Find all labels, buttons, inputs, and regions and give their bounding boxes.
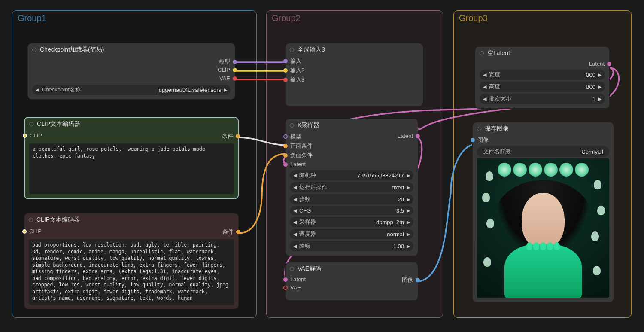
collapse-dot-icon[interactable]: [32, 48, 36, 52]
output-port-vae[interactable]: VAE: [215, 74, 235, 82]
input-port-vae[interactable]: VAE: [286, 283, 418, 292]
checkpoint-name-widget[interactable]: ◀ Checkpoint名称 juggernautXL.safetensors …: [32, 85, 231, 95]
input-port-1[interactable]: 输入: [286, 56, 423, 66]
prompt-textarea[interactable]: a beautiful girl, rose petals, wearing a…: [29, 143, 234, 194]
port-dot-icon: [283, 134, 288, 139]
port-dot-icon: [471, 138, 475, 142]
collapse-dot-icon[interactable]: [29, 122, 33, 126]
chevron-left-icon[interactable]: ◀: [482, 84, 487, 90]
chevron-left-icon[interactable]: ◀: [35, 87, 40, 93]
denoise-widget[interactable]: ◀降噪1.00▶: [290, 241, 413, 251]
widget-value: 1.00: [393, 243, 406, 250]
group3-title: Group3: [459, 13, 488, 23]
chevron-right-icon[interactable]: ▶: [406, 219, 411, 225]
widget-label: 随机种: [298, 171, 358, 179]
clip-text-encode-positive-node[interactable]: CLIP文本编码器 CLIP 条件 a beautiful girl, rose…: [24, 117, 239, 199]
chevron-left-icon[interactable]: ◀: [292, 208, 298, 213]
node-title: K采样器: [298, 122, 319, 129]
chevron-left-icon[interactable]: ◀: [482, 96, 487, 102]
port-label: 负面条件: [290, 152, 313, 159]
save-image-node[interactable]: 保存图像 图像 文件名前缀 ComfyUI: [472, 122, 614, 302]
node-header: Checkpoint加载器(简易): [28, 43, 235, 56]
filename-prefix-widget[interactable]: 文件名前缀 ComfyUI: [477, 146, 609, 157]
chevron-right-icon[interactable]: ▶: [406, 197, 411, 202]
widget-label: Checkpoint名称: [40, 86, 158, 94]
input-port-clip[interactable]: CLIP: [24, 227, 46, 235]
sampler-widget[interactable]: ◀采样器dpmpp_2m▶: [290, 217, 413, 227]
node-title: 保存图像: [485, 125, 509, 133]
output-port-latent[interactable]: Latent: [393, 132, 418, 140]
chevron-left-icon[interactable]: ◀: [482, 72, 487, 78]
collapse-dot-icon[interactable]: [480, 51, 484, 55]
output-port-model[interactable]: 模型: [215, 57, 235, 67]
cfg-widget[interactable]: ◀CFG3.5▶: [290, 206, 413, 215]
output-port-clip[interactable]: CLIP: [213, 66, 235, 74]
collapse-dot-icon[interactable]: [290, 48, 294, 52]
input-port-positive[interactable]: 正面条件: [286, 141, 418, 151]
chevron-left-icon[interactable]: ◀: [292, 173, 298, 178]
chevron-right-icon[interactable]: ▶: [406, 208, 411, 213]
port-dot-icon: [416, 134, 420, 138]
port-dot-icon: [283, 68, 288, 73]
node-title: CLIP文本编码器: [37, 120, 80, 128]
chevron-left-icon[interactable]: ◀: [292, 219, 298, 225]
chevron-left-icon[interactable]: ◀: [292, 244, 298, 249]
output-port-conditioning[interactable]: 条件: [218, 131, 238, 141]
chevron-right-icon[interactable]: ▶: [223, 87, 228, 93]
output-image-preview[interactable]: [477, 158, 609, 298]
seed-widget[interactable]: ◀随机种795155598824217▶: [290, 170, 413, 180]
height-widget[interactable]: ◀高度800▶: [480, 82, 605, 92]
port-label: 输入2: [290, 67, 304, 74]
ksampler-node[interactable]: K采样器 模型 Latent 正面条件 负面条件 Latent ◀随机种7951…: [285, 119, 418, 256]
node-title: VAE解码: [298, 265, 321, 273]
chevron-right-icon[interactable]: ▶: [597, 96, 602, 102]
port-label: 模型: [290, 133, 301, 140]
steps-widget[interactable]: ◀步数20▶: [290, 194, 413, 204]
scheduler-widget[interactable]: ◀调度器normal▶: [290, 229, 413, 239]
input-port-clip[interactable]: CLIP: [25, 131, 46, 140]
input-port-latent[interactable]: Latent: [286, 160, 418, 168]
output-port-latent[interactable]: Latent: [475, 60, 609, 68]
collapse-dot-icon[interactable]: [290, 267, 294, 271]
chevron-left-icon[interactable]: ◀: [292, 231, 298, 237]
widget-value: juggernautXL.safetensors: [158, 87, 223, 93]
empty-latent-node[interactable]: 空Latent Latent ◀宽度800▶ ◀高度800▶ ◀批次大小1▶: [475, 46, 610, 109]
chevron-right-icon[interactable]: ▶: [597, 72, 602, 78]
global-input-node[interactable]: 全局输入3 输入 输入2 输入3: [285, 43, 423, 107]
chevron-left-icon[interactable]: ◀: [292, 185, 298, 190]
input-port-image[interactable]: 图像: [473, 135, 614, 145]
chevron-right-icon[interactable]: ▶: [406, 185, 411, 190]
widget-value: normal: [387, 231, 406, 238]
node-title: 空Latent: [487, 49, 510, 57]
input-port-3[interactable]: 输入3: [286, 75, 423, 85]
batch-widget[interactable]: ◀批次大小1▶: [480, 94, 605, 104]
widget-label: CFG: [298, 207, 396, 214]
prompt-textarea[interactable]: bad proportions, low resolution, bad, ug…: [29, 239, 234, 305]
collapse-dot-icon[interactable]: [29, 218, 33, 222]
collapse-dot-icon[interactable]: [477, 127, 481, 131]
chevron-right-icon[interactable]: ▶: [406, 231, 411, 237]
collapse-dot-icon[interactable]: [290, 123, 294, 128]
after-generate-widget[interactable]: ◀运行后操作fixed▶: [290, 182, 413, 192]
port-dot-icon: [283, 59, 288, 63]
width-widget[interactable]: ◀宽度800▶: [480, 70, 605, 80]
port-label: 正面条件: [290, 142, 313, 150]
port-label: 图像: [477, 136, 489, 144]
input-port-2[interactable]: 输入2: [286, 66, 423, 75]
port-label: CLIP: [30, 132, 42, 139]
checkpoint-loader-node[interactable]: Checkpoint加载器(简易) 模型 CLIP VAE ◀ Checkpoi…: [27, 43, 235, 100]
chevron-right-icon[interactable]: ▶: [406, 173, 411, 178]
vae-decode-node[interactable]: VAE解码 Latent 图像 VAE: [285, 262, 418, 301]
output-port-conditioning[interactable]: 条件: [218, 227, 238, 237]
chevron-right-icon[interactable]: ▶: [597, 84, 602, 90]
widget-label: 采样器: [298, 218, 376, 226]
clip-text-encode-negative-node[interactable]: CLIP文本编码器 CLIP 条件 bad proportions, low r…: [24, 213, 239, 309]
widget-value: fixed: [392, 184, 406, 191]
port-dot-icon: [233, 68, 237, 72]
chevron-left-icon[interactable]: ◀: [292, 197, 298, 202]
port-dot-icon: [23, 134, 27, 138]
input-port-negative[interactable]: 负面条件: [286, 151, 418, 160]
widget-value: dpmpp_2m: [376, 219, 406, 225]
port-label: 条件: [222, 132, 233, 140]
chevron-right-icon[interactable]: ▶: [406, 244, 411, 249]
